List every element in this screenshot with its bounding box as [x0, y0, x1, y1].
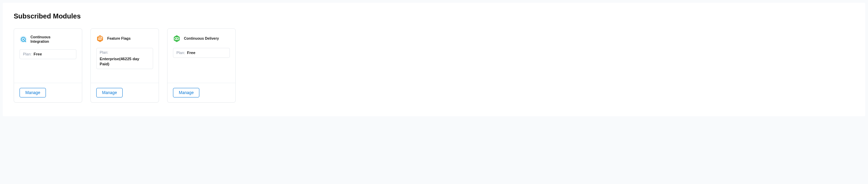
module-cards: Continuous Integration Plan: Free Manage: [14, 28, 854, 103]
module-card-cd: Continuous Delivery Plan: Free Manage: [167, 28, 236, 103]
manage-button[interactable]: Manage: [96, 88, 123, 97]
plan-value: Enterprise(46225 day Paid): [100, 56, 150, 67]
module-card-ci: Continuous Integration Plan: Free Manage: [14, 28, 82, 103]
module-card-ff: Feature Flags Plan: Enterprise(46225 day…: [90, 28, 159, 103]
card-spacer: [91, 69, 159, 83]
module-name: Continuous Integration: [30, 35, 68, 44]
plan-row: Plan: Enterprise(46225 day Paid): [96, 48, 153, 69]
plan-row: Plan: Free: [173, 48, 230, 58]
module-name: Feature Flags: [107, 36, 131, 41]
subscribed-modules-panel: Subscribed Modules Continuous Integratio…: [3, 3, 865, 116]
module-card-header: Feature Flags: [91, 29, 159, 46]
manage-button[interactable]: Manage: [20, 88, 46, 97]
card-spacer: [14, 59, 82, 83]
manage-button[interactable]: Manage: [173, 88, 199, 97]
feature-flags-icon: [96, 35, 104, 42]
cd-icon: [173, 35, 181, 42]
plan-value: Free: [187, 50, 195, 55]
card-footer: Manage: [91, 83, 159, 102]
section-title: Subscribed Modules: [14, 12, 854, 20]
plan-label: Plan:: [100, 50, 108, 54]
card-footer: Manage: [14, 83, 82, 102]
plan-label: Plan:: [176, 51, 185, 55]
module-name: Continuous Delivery: [184, 36, 219, 41]
svg-point-3: [23, 39, 24, 40]
card-footer: Manage: [168, 83, 235, 102]
card-spacer: [168, 58, 235, 83]
plan-value: Free: [34, 52, 42, 57]
module-card-header: Continuous Integration: [14, 29, 82, 47]
plan-label: Plan:: [23, 52, 32, 56]
plan-row: Plan: Free: [20, 49, 76, 59]
ci-icon: [20, 36, 27, 43]
module-card-header: Continuous Delivery: [168, 29, 235, 46]
